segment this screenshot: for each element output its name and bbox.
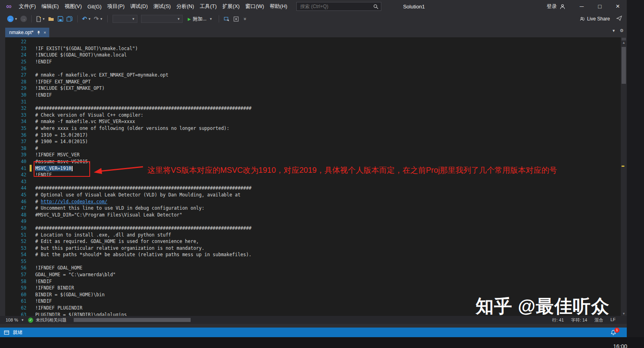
sign-in-button[interactable]: 登录 xyxy=(547,3,557,10)
code-editor[interactable]: 2223!IF EXIST("$(GDAL_ROOT)\nmake.local"… xyxy=(5,37,621,316)
code-line[interactable]: 47# Uncomment this line to use VLD in de… xyxy=(5,205,621,212)
code-lines: 2223!IF EXIST("$(GDAL_ROOT)\nmake.local"… xyxy=(5,38,621,316)
code-line[interactable]: 33# Check version of Visual C++ compiler… xyxy=(5,112,621,119)
open-file-button[interactable] xyxy=(47,14,55,23)
notifications-button[interactable]: 1 xyxy=(610,330,616,336)
hyperlink[interactable]: http://vld.codeplex.com/ xyxy=(41,199,107,204)
code-line[interactable]: 48#MSVC_VLD_DIR="C:\Program Files\Visual… xyxy=(5,211,621,218)
window-options-gear-icon[interactable]: ⚙ xyxy=(620,28,624,33)
code-line[interactable]: 26 xyxy=(5,65,621,72)
split-editor-handle[interactable] xyxy=(622,38,626,40)
toolbar-options-chevron[interactable]: » xyxy=(241,14,249,23)
code-line[interactable]: 55 xyxy=(5,258,621,265)
zoom-control[interactable]: 108 % ▼ xyxy=(0,318,28,322)
code-line[interactable]: 25!ENDIF xyxy=(5,59,621,65)
search-icon[interactable] xyxy=(370,2,381,10)
code-line[interactable]: 23!IF EXIST("$(GDAL_ROOT)\nmake.local") xyxy=(5,45,621,52)
menu-item[interactable]: 文件(F) xyxy=(16,1,39,12)
code-line[interactable]: 28!IFDEF EXT_NMAKE_OPT xyxy=(5,79,621,85)
scroll-down-arrow-icon[interactable]: ▼ xyxy=(621,312,627,316)
code-line[interactable]: 38# xyxy=(5,145,621,152)
code-line[interactable]: 44######################################… xyxy=(5,185,621,192)
menu-item[interactable]: 测试(S) xyxy=(151,1,173,12)
solution-platforms-dropdown[interactable]: ▼ xyxy=(141,15,183,23)
code-line[interactable]: 49 xyxy=(5,218,621,225)
menu-item[interactable]: Git(G) xyxy=(85,2,104,11)
menu-item[interactable]: 帮助(H) xyxy=(267,1,290,12)
line-number: 40 xyxy=(5,159,26,164)
live-share-button[interactable]: Live Share xyxy=(579,16,610,22)
live-share-label: Live Share xyxy=(587,16,610,22)
minimize-button[interactable]: ─ xyxy=(573,0,591,13)
code-line[interactable]: 34# nmake -f makefile.vc MSVC_VER=xxxx xyxy=(5,118,621,125)
scroll-up-arrow-icon[interactable]: ▲ xyxy=(621,41,627,45)
code-line[interactable]: 32######################################… xyxy=(5,105,621,112)
code-line[interactable]: 29!INCLUDE $(EXT_NMAKE_OPT) xyxy=(5,85,621,92)
code-line[interactable]: 59!IFNDEF BINDIR xyxy=(5,285,621,291)
menu-item[interactable]: 编辑(E) xyxy=(39,1,62,12)
chevron-down-icon: ▼ xyxy=(100,17,103,21)
code-line[interactable]: 22 xyxy=(5,38,621,45)
code-text: BINDIR = $(GDAL_HOME)\bin xyxy=(32,292,105,297)
zoom-value: 108 % xyxy=(6,318,18,322)
redo-button[interactable]: ↷▼ xyxy=(93,14,104,23)
code-line[interactable]: 57GDAL_HOME = "C:\warmerda\bld" xyxy=(5,271,621,278)
code-line[interactable]: 54# But the paths *should* be absolute (… xyxy=(5,251,621,258)
close-button[interactable]: × xyxy=(609,0,627,13)
code-line[interactable]: 37# 1900 = 14.0(2015) xyxy=(5,138,621,145)
code-line[interactable]: 39!IFNDEF MSVC_VER xyxy=(5,152,621,158)
code-line[interactable]: 58!ENDIF xyxy=(5,278,621,285)
save-button[interactable] xyxy=(56,14,64,23)
tab-nmake-opt[interactable]: nmake.opt* × xyxy=(5,28,49,37)
search-input[interactable] xyxy=(297,4,370,9)
line-number: 56 xyxy=(5,265,26,271)
active-files-chevron-icon[interactable]: ▾ xyxy=(613,28,615,33)
menu-item[interactable]: 项目(P) xyxy=(105,1,127,12)
attach-button[interactable]: ▶ 附加... ▼ xyxy=(185,16,215,22)
code-line[interactable]: 36# 1910 = 15.0(2017) xyxy=(5,132,621,138)
menu-item[interactable]: 调试(D) xyxy=(127,1,151,12)
menu-item[interactable]: 工具(T) xyxy=(197,1,219,12)
attach-to-process-icon[interactable] xyxy=(223,14,231,23)
close-tab-icon[interactable]: × xyxy=(44,30,46,35)
code-line[interactable]: 27# nmake -f makefile.vc EXT_NMAKE_OPT=m… xyxy=(5,72,621,79)
code-line[interactable]: 40#assume msvc VS2015. xyxy=(5,158,621,165)
code-line[interactable]: 43 xyxy=(5,178,621,185)
code-text: !IFNDEF GDAL_HOME xyxy=(32,265,83,271)
menu-item[interactable]: 窗口(W) xyxy=(242,1,267,12)
code-line[interactable]: 30!ENDIF xyxy=(5,92,621,99)
vertical-scrollbar-thumb[interactable] xyxy=(622,47,626,84)
save-all-button[interactable] xyxy=(66,14,74,23)
code-line[interactable]: 31 xyxy=(5,98,621,105)
menu-item[interactable]: 扩展(X) xyxy=(219,1,242,12)
user-account-icon[interactable] xyxy=(559,4,566,10)
code-text: !IF EXIST("$(GDAL_ROOT)\nmake.local") xyxy=(32,46,138,51)
code-line[interactable]: 56!IFNDEF GDAL_HOME xyxy=(5,265,621,271)
navigate-back-button[interactable]: ←▼ xyxy=(6,14,18,23)
horizontal-scrollbar-thumb[interactable] xyxy=(74,318,191,322)
maximize-button[interactable]: □ xyxy=(591,0,609,13)
line-number: 63 xyxy=(5,312,26,316)
undo-button[interactable]: ↶▼ xyxy=(81,14,92,23)
code-line[interactable]: 24!INCLUDE $(GDAL_ROOT)\nmake.local xyxy=(5,52,621,59)
document-health-indicator[interactable]: ✓ 未找到相关问题 xyxy=(28,317,70,323)
diagnostic-tools-icon[interactable] xyxy=(232,14,240,23)
code-text: # 1900 = 14.0(2015) xyxy=(32,139,88,144)
code-line[interactable]: 50######################################… xyxy=(5,225,621,232)
new-file-button[interactable]: ▼ xyxy=(35,14,46,23)
code-line[interactable]: 51# Location to install .exe, .dll and p… xyxy=(5,231,621,238)
menu-item[interactable]: 分析(N) xyxy=(173,1,197,12)
quick-search-box[interactable] xyxy=(296,2,381,11)
code-line[interactable]: 35# where xxxx is one of following (olde… xyxy=(5,125,621,132)
code-line[interactable]: 53# but this particular relative organiz… xyxy=(5,245,621,251)
navigate-forward-button[interactable]: → xyxy=(20,14,28,23)
send-feedback-icon[interactable] xyxy=(616,16,622,22)
vertical-scrollbar[interactable]: ▲ ▼ xyxy=(621,37,627,316)
code-line[interactable]: 46# http://vld.codeplex.com/ xyxy=(5,198,621,205)
pin-icon[interactable] xyxy=(37,30,40,35)
menu-item[interactable]: 视图(V) xyxy=(62,1,85,12)
code-line[interactable]: 45# Optional use of Visual Leak Detector… xyxy=(5,192,621,198)
chevron-down-icon: ▼ xyxy=(14,17,18,21)
code-line[interactable]: 52# Edit as required. GDAL_HOME is used … xyxy=(5,238,621,245)
solution-configurations-dropdown[interactable]: ▼ xyxy=(113,15,137,23)
